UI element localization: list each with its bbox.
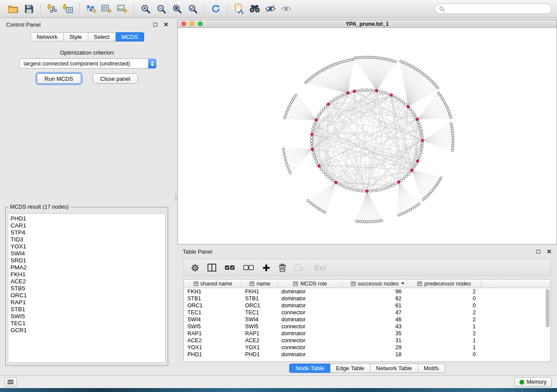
search-input[interactable]: [447, 6, 547, 12]
table-row[interactable]: SWI5SWI5connector431: [184, 323, 550, 330]
mcds-result-item[interactable]: PHD1: [10, 215, 165, 222]
column-header-shared-name[interactable]: shared name: [184, 279, 242, 288]
open-session-button[interactable]: [5, 2, 21, 15]
memory-button[interactable]: Memory: [514, 377, 552, 387]
network-view-window: YPA_prune.txt_1: [177, 20, 557, 244]
mcds-result-item[interactable]: CAR1: [10, 222, 165, 229]
mcds-result-item[interactable]: SWI5: [10, 313, 165, 320]
export-network-icon: [86, 4, 96, 14]
network-graph[interactable]: [178, 28, 557, 244]
table-row[interactable]: ORC1ORC1dominator610: [184, 302, 550, 309]
show-graphics-details-button[interactable]: [263, 2, 278, 15]
tab-motifs[interactable]: Motifs: [418, 364, 445, 373]
export-image-button[interactable]: [114, 2, 130, 15]
export-network-button[interactable]: [83, 2, 99, 15]
delete-column-button[interactable]: [279, 263, 286, 272]
close-panel-icon[interactable]: ✕: [163, 21, 169, 28]
table-cell: TEC1: [242, 309, 278, 316]
toolbar-separator: [79, 3, 80, 14]
table-settings-button[interactable]: [191, 264, 199, 272]
mcds-result-item[interactable]: SRD1: [10, 257, 165, 264]
mcds-result-item[interactable]: ACE2: [10, 278, 165, 285]
search-network-button[interactable]: [247, 2, 263, 15]
zoom-in-button[interactable]: [138, 2, 153, 15]
tab-style[interactable]: Style: [64, 32, 88, 41]
mcds-result-item[interactable]: FKH1: [10, 271, 165, 278]
mcds-result-item[interactable]: STB1: [10, 306, 165, 313]
column-header-mcds-role[interactable]: MCDS role: [278, 279, 343, 288]
column-header-successor-nodes[interactable]: successor nodes: [343, 279, 407, 288]
table-row[interactable]: SWI4SWI4dominator462: [184, 316, 550, 323]
tab-network[interactable]: Network: [31, 32, 64, 41]
apply-layout-button[interactable]: [208, 2, 224, 15]
close-panel-icon[interactable]: ✕: [547, 248, 552, 254]
table-cell: 43: [343, 323, 407, 330]
import-network-button[interactable]: [44, 2, 60, 15]
tab-node-table[interactable]: Node Table: [289, 364, 330, 373]
select-all-button[interactable]: [225, 264, 235, 272]
network-canvas[interactable]: [178, 28, 557, 244]
table-row[interactable]: YOX1YOX1connector291: [184, 344, 550, 351]
table-cell: 61: [343, 303, 407, 309]
tab-network-table[interactable]: Network Table: [370, 364, 418, 373]
table-cell: SWI4: [242, 316, 278, 323]
import-table-button[interactable]: [60, 2, 76, 15]
mcds-result-item[interactable]: PMA2: [10, 264, 165, 271]
table-cell: RAP1: [242, 330, 278, 337]
status-menu-button[interactable]: [4, 377, 17, 387]
mcds-result-item[interactable]: STP4: [10, 229, 165, 236]
column-label: MCDS role: [300, 281, 327, 287]
save-session-button[interactable]: [21, 2, 37, 15]
table-cell: 35: [343, 330, 407, 337]
mcds-result-item[interactable]: TID3: [10, 236, 165, 243]
copy-network-button[interactable]: [231, 2, 247, 15]
float-panel-icon[interactable]: [536, 250, 540, 254]
column-header-predecessor-nodes[interactable]: predecessor nodes: [407, 279, 481, 288]
table-grid-icon: [194, 282, 198, 286]
mcds-result-item[interactable]: GCR1: [10, 327, 165, 334]
zoom-fit-button[interactable]: [169, 2, 185, 15]
export-table-button[interactable]: [99, 2, 114, 15]
mcds-result-group: MCDS result (17 nodes) PHD1CAR1STP4TID3Y…: [5, 204, 168, 366]
column-label: name: [256, 281, 270, 287]
mcds-result-list[interactable]: PHD1CAR1STP4TID3YOX1SWI4SRD1PMA2FKH1ACE2…: [8, 213, 166, 363]
deselect-all-button[interactable]: [243, 264, 254, 272]
table-row[interactable]: RAP1RAP1dominator352: [184, 330, 550, 337]
zoom-selected-button[interactable]: [185, 2, 201, 15]
toolbar-separator: [40, 3, 41, 14]
mcds-result-item[interactable]: YOX1: [10, 243, 165, 250]
mcds-result-item[interactable]: TEC1: [10, 320, 165, 327]
table-row[interactable]: ACE2ACE2connector311: [184, 337, 550, 344]
table-cell: 0: [407, 351, 481, 358]
table-row[interactable]: FKH1FKH1dominator962: [184, 288, 550, 295]
sort-dropdown-icon[interactable]: [401, 282, 405, 285]
float-panel-icon[interactable]: [153, 23, 157, 27]
memory-button-label: Memory: [527, 379, 547, 385]
add-column-button[interactable]: [262, 264, 270, 272]
tab-mcds[interactable]: MCDS: [116, 32, 144, 41]
table-scrollbar-thumb[interactable]: [546, 289, 550, 327]
criterion-dropdown[interactable]: largest connected component (undirected): [19, 58, 156, 69]
mcds-result-item[interactable]: ORC1: [10, 292, 165, 299]
zoom-out-button[interactable]: [153, 2, 169, 15]
table-row[interactable]: STB1STB1dominator620: [184, 295, 550, 302]
vertical-splitter[interactable]: [174, 20, 177, 374]
close-panel-button[interactable]: Close panel: [93, 73, 138, 84]
table-row[interactable]: TEC1TEC1connector472: [184, 309, 550, 316]
table-cell: 0: [407, 296, 481, 302]
open-folder-icon: [8, 4, 18, 14]
table-row[interactable]: PHD1PHD1dominator180: [184, 351, 550, 358]
table-cell: 0: [407, 303, 481, 309]
status-bar: Memory: [0, 375, 557, 388]
mcds-result-item[interactable]: RAP1: [10, 299, 165, 306]
run-mcds-button[interactable]: Run MCDS: [37, 73, 81, 84]
toolbar-separator: [204, 3, 204, 14]
show-columns-button[interactable]: [208, 264, 216, 272]
mcds-result-item[interactable]: STB5: [10, 285, 165, 292]
mcds-result-item[interactable]: SWI4: [10, 250, 165, 257]
tab-select[interactable]: Select: [88, 32, 116, 41]
column-header-name[interactable]: name: [242, 279, 278, 288]
toolbar-search-box[interactable]: [435, 3, 552, 14]
table-cell: connector: [278, 323, 343, 330]
tab-edge-table[interactable]: Edge Table: [330, 364, 370, 373]
